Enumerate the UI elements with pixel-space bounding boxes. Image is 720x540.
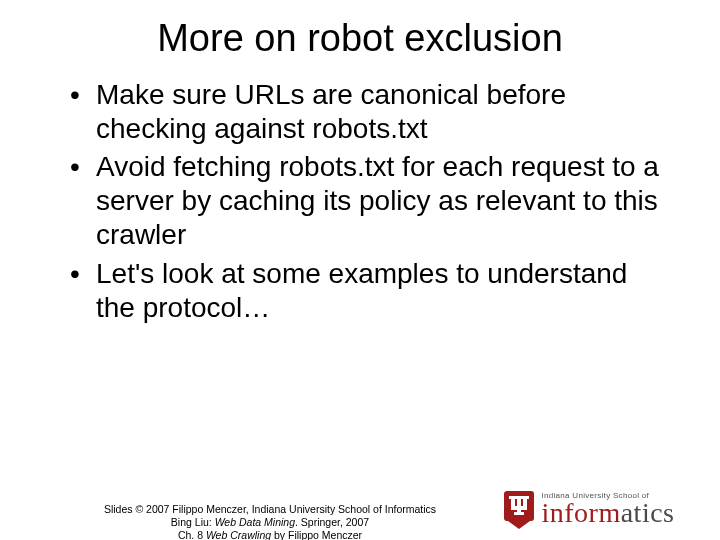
svg-rect-6 [521, 496, 529, 499]
bullet-item: Let's look at some examples to understan… [70, 257, 660, 325]
bullet-item: Avoid fetching robots.txt for each reque… [70, 150, 660, 252]
svg-rect-7 [514, 512, 524, 515]
svg-rect-4 [511, 506, 527, 510]
slide-body: Make sure URLs are canonical before chec… [70, 78, 660, 325]
slide-footer: Slides © 2007 Filippo Menczer, Indiana U… [0, 488, 720, 540]
informatics-logo: Indiana University School of informatics [503, 490, 698, 538]
bullet-item: Make sure URLs are canonical before chec… [70, 78, 660, 146]
slide-title: More on robot exclusion [40, 18, 680, 60]
credits-fragment-italic: Web Crawling [206, 529, 271, 540]
credits-fragment: Bing Liu: [171, 516, 215, 528]
credits-fragment: Ch. 8 [178, 529, 206, 540]
slide: More on robot exclusion Make sure URLs a… [0, 18, 720, 540]
credits-fragment-italic: Web Data Mining [215, 516, 295, 528]
bullet-list: Make sure URLs are canonical before chec… [70, 78, 660, 325]
iu-crest-icon [503, 490, 535, 530]
credits-line: Bing Liu: Web Data Mining. Springer, 200… [60, 516, 480, 529]
credits-fragment: . Springer, 2007 [295, 516, 369, 528]
logo-word-black: atics [621, 497, 675, 528]
informatics-wordmark: Indiana University School of informatics [541, 490, 674, 525]
svg-rect-5 [509, 496, 517, 499]
svg-rect-1 [517, 496, 521, 514]
logo-title: informatics [541, 500, 674, 525]
credits-text: Slides © 2007 Filippo Menczer, Indiana U… [60, 503, 480, 540]
credits-fragment: by Filippo Menczer [271, 529, 362, 540]
logo-word-red: inform [541, 497, 620, 528]
credits-line: Slides © 2007 Filippo Menczer, Indiana U… [60, 503, 480, 516]
credits-line: Ch. 8 Web Crawling by Filippo Menczer [60, 529, 480, 540]
